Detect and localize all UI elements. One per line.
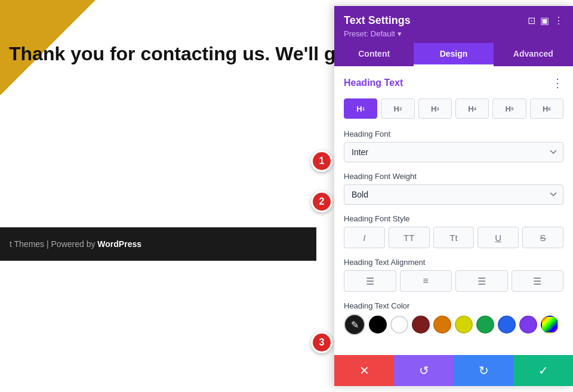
alignment-buttons-row: ☰ ≡ ☰ ☰ xyxy=(344,270,563,292)
heading-font-style-label: Heading Font Style xyxy=(344,214,563,223)
style-strikethrough-button[interactable]: S xyxy=(522,227,563,248)
tab-design[interactable]: Design xyxy=(414,43,493,66)
color-swatch-yellow[interactable] xyxy=(455,316,473,334)
footer-text: t Themes | Powered by WordPress xyxy=(10,239,141,249)
undo-button[interactable]: ↺ xyxy=(394,355,454,386)
step-badge-3: 3 xyxy=(311,332,332,353)
section-heading-row: Heading Text ⋮ xyxy=(344,76,563,90)
step-badge-2: 2 xyxy=(311,191,332,212)
heading-text-alignment-label: Heading Text Alignment xyxy=(344,258,563,267)
panel-tabs: Content Design Advanced xyxy=(334,43,573,66)
h4-button[interactable]: H4 xyxy=(455,98,489,119)
align-left-button[interactable]: ☰ xyxy=(344,270,396,292)
style-uppercase-button[interactable]: TT xyxy=(389,227,430,248)
h-buttons-group: H1 H2 H3 H4 H5 H6 xyxy=(344,98,563,119)
more-options-icon[interactable]: ⋮ xyxy=(554,15,563,26)
panel-body: Heading Text ⋮ H1 H2 H3 H4 H5 H6 Heading… xyxy=(334,66,573,355)
section-heading-label: Heading Text xyxy=(344,78,403,88)
step-badge-1: 1 xyxy=(311,150,332,172)
color-swatch-black[interactable] xyxy=(369,316,387,334)
section-more-icon[interactable]: ⋮ xyxy=(552,76,563,90)
heading-font-style-group: Heading Font Style I TT Tt U S xyxy=(344,214,563,248)
style-italic-button[interactable]: I xyxy=(344,227,385,248)
color-swatch-dark-red[interactable] xyxy=(412,316,430,334)
color-swatch-green[interactable] xyxy=(476,316,494,334)
heading-font-select[interactable]: Inter Arial Roboto xyxy=(344,142,563,162)
heading-text-color-group: Heading Text Color ✎ xyxy=(344,301,563,335)
align-center-button[interactable]: ≡ xyxy=(400,270,452,292)
panel-header-top: Text Settings ⊡ ▣ ⋮ xyxy=(344,14,563,27)
collapse-icon[interactable]: ▣ xyxy=(540,15,549,26)
panel-header-icons: ⊡ ▣ ⋮ xyxy=(528,15,563,26)
color-swatch-orange[interactable] xyxy=(433,316,451,334)
color-picker-button[interactable]: ✎ xyxy=(344,314,365,335)
align-justify-button[interactable]: ☰ xyxy=(512,270,564,292)
panel-title: Text Settings xyxy=(344,14,411,27)
h1-button[interactable]: H1 xyxy=(344,98,377,119)
h3-button[interactable]: H3 xyxy=(418,98,452,119)
color-swatch-purple[interactable] xyxy=(519,316,537,334)
footer-cms: WordPress xyxy=(97,239,141,249)
h6-button[interactable]: H6 xyxy=(530,98,563,119)
expand-icon[interactable]: ⊡ xyxy=(528,15,535,26)
color-swatch-white[interactable] xyxy=(390,316,408,334)
page-footer: t Themes | Powered by WordPress xyxy=(0,227,316,261)
heading-font-weight-select[interactable]: Bold Normal Light xyxy=(344,184,563,205)
heading-font-group: Heading Font Inter Arial Roboto xyxy=(344,129,563,162)
cancel-button[interactable]: ✕ xyxy=(334,355,394,386)
save-button[interactable]: ✓ xyxy=(513,355,573,386)
color-swatch-blue[interactable] xyxy=(498,316,516,334)
style-buttons-row: I TT Tt U S xyxy=(344,227,563,248)
color-gradient-button[interactable] xyxy=(541,316,559,334)
color-swatches-row: ✎ xyxy=(344,314,563,335)
heading-text-alignment-group: Heading Text Alignment ☰ ≡ ☰ ☰ xyxy=(344,258,563,292)
panel-actions: ✕ ↺ ↻ ✓ xyxy=(334,355,573,386)
heading-font-label: Heading Font xyxy=(344,129,563,138)
style-underline-button[interactable]: U xyxy=(478,227,519,248)
heading-font-weight-label: Heading Font Weight xyxy=(344,172,563,181)
h2-button[interactable]: H2 xyxy=(381,98,414,119)
panel-preset[interactable]: Preset: Default xyxy=(344,29,563,38)
heading-text-color-label: Heading Text Color xyxy=(344,301,563,310)
tab-content[interactable]: Content xyxy=(334,43,414,66)
page-heading: Thank you for contacting us. We'll ge xyxy=(0,43,346,65)
h5-button[interactable]: H5 xyxy=(492,98,526,119)
panel-header: Text Settings ⊡ ▣ ⋮ Preset: Default xyxy=(334,6,573,43)
heading-font-weight-group: Heading Font Weight Bold Normal Light xyxy=(344,172,563,205)
redo-button[interactable]: ↻ xyxy=(454,355,513,386)
style-capitalize-button[interactable]: Tt xyxy=(433,227,475,248)
align-right-button[interactable]: ☰ xyxy=(455,270,508,292)
settings-panel: Text Settings ⊡ ▣ ⋮ Preset: Default Cont… xyxy=(334,6,573,386)
tab-advanced[interactable]: Advanced xyxy=(494,43,573,66)
